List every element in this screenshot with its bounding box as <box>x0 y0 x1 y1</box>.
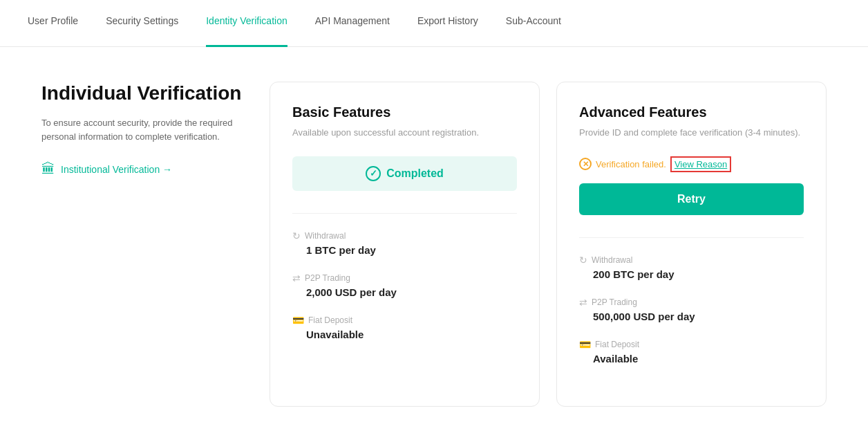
adv-withdrawal-icon: ↻ <box>579 255 587 266</box>
navigation: User Profile Security Settings Identity … <box>0 0 868 47</box>
view-reason-link[interactable]: View Reason <box>670 156 731 172</box>
nav-identity-verification[interactable]: Identity Verification <box>206 0 287 47</box>
page-title: Individual Verification <box>41 82 249 105</box>
advanced-p2p-label: P2P Trading <box>592 297 637 307</box>
advanced-fiat-value: Available <box>579 353 804 365</box>
basic-card-title: Basic Features <box>292 104 517 120</box>
nav-api-management[interactable]: API Management <box>315 0 390 47</box>
withdrawal-icon: ↻ <box>292 230 301 241</box>
completed-button: ✓ Completed <box>292 156 517 191</box>
divider-basic <box>292 213 517 214</box>
basic-fiat-value: Unavailable <box>292 329 517 340</box>
nav-user-profile[interactable]: User Profile <box>28 0 78 47</box>
divider-advanced <box>579 237 804 238</box>
failed-icon: ✕ <box>579 158 592 170</box>
basic-withdrawal-feature: ↻ Withdrawal 1 BTC per day <box>292 230 517 256</box>
institutional-link-label: Institutional Verification → <box>61 164 172 175</box>
advanced-fiat-feature: 💳 Fiat Deposit Available <box>579 339 804 365</box>
basic-withdrawal-value: 1 BTC per day <box>292 244 517 256</box>
advanced-p2p-feature: ⇄ P2P Trading 500,000 USD per day <box>579 297 804 322</box>
nav-security-settings[interactable]: Security Settings <box>106 0 178 47</box>
advanced-withdrawal-value: 200 BTC per day <box>579 268 804 280</box>
basic-p2p-feature: ⇄ P2P Trading 2,000 USD per day <box>292 273 517 298</box>
basic-withdrawal-label: Withdrawal <box>305 231 346 241</box>
adv-fiat-icon: 💳 <box>579 339 591 350</box>
left-section: Individual Verification To ensure accoun… <box>41 82 249 177</box>
advanced-card-subtitle: Provide ID and complete face verificatio… <box>579 126 804 140</box>
p2p-icon: ⇄ <box>292 273 301 284</box>
adv-p2p-icon: ⇄ <box>579 297 587 308</box>
basic-features-card: Basic Features Available upon successful… <box>270 82 540 407</box>
basic-p2p-value: 2,000 USD per day <box>292 286 517 298</box>
retry-label: Retry <box>677 193 706 205</box>
advanced-card-title: Advanced Features <box>579 104 804 120</box>
institutional-verification-link[interactable]: 🏛 Institutional Verification → <box>41 161 249 177</box>
main-content: Individual Verification To ensure accoun… <box>0 47 868 433</box>
completed-label: Completed <box>386 167 444 180</box>
advanced-withdrawal-label: Withdrawal <box>592 255 632 265</box>
fiat-icon: 💳 <box>292 315 304 326</box>
verification-failed-section: ✕ Verification failed. View Reason <box>579 156 804 172</box>
advanced-p2p-value: 500,000 USD per day <box>579 311 804 322</box>
basic-fiat-label: Fiat Deposit <box>308 315 352 325</box>
basic-fiat-feature: 💳 Fiat Deposit Unavailable <box>292 315 517 340</box>
verification-failed-text: Verification failed. <box>596 159 666 169</box>
nav-sub-account[interactable]: Sub-Account <box>506 0 561 47</box>
advanced-withdrawal-feature: ↻ Withdrawal 200 BTC per day <box>579 255 804 280</box>
cards-container: Basic Features Available upon successful… <box>270 82 827 407</box>
page-description: To ensure account security, provide the … <box>41 116 249 145</box>
advanced-features-card: Advanced Features Provide ID and complet… <box>556 82 827 407</box>
advanced-fiat-label: Fiat Deposit <box>595 340 639 349</box>
check-circle-icon: ✓ <box>366 166 381 181</box>
bank-icon: 🏛 <box>41 161 55 177</box>
nav-export-history[interactable]: Export History <box>417 0 478 47</box>
retry-button[interactable]: Retry <box>579 183 804 215</box>
basic-p2p-label: P2P Trading <box>305 273 350 283</box>
basic-card-subtitle: Available upon successful account regist… <box>292 126 517 140</box>
